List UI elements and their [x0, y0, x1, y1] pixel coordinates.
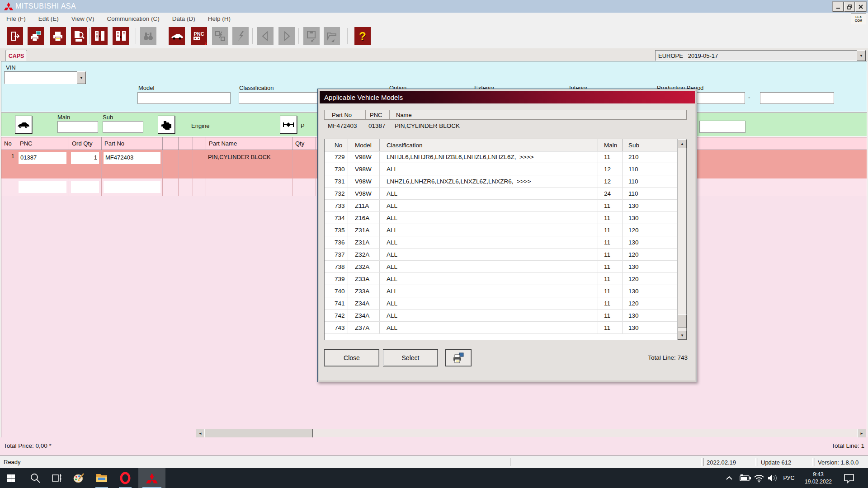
close-button[interactable] — [855, 2, 866, 12]
sub-label: Sub — [103, 114, 113, 121]
col-part-name: Part Name — [206, 137, 292, 150]
vertical-scrollbar[interactable]: ▲ ▼ — [677, 139, 686, 340]
clock-tray[interactable]: 9:43 19.02.2022 — [798, 468, 838, 488]
paint-app-button[interactable] — [69, 468, 89, 488]
menu-communication[interactable]: Communication (C) — [101, 13, 166, 24]
vin-combobox[interactable]: ▼ — [4, 71, 86, 84]
dialog-title: Applicable Vehicle Models — [324, 94, 403, 101]
scroll-down-button[interactable]: ▼ — [678, 331, 687, 340]
action-center-button[interactable] — [839, 468, 859, 488]
print-setup-icon — [29, 30, 42, 42]
select-button[interactable]: Select — [383, 349, 438, 366]
model-row[interactable]: 731V98WLNHZL6,LNHZR6,LNXZL6,LNXZL6Z,LNXZ… — [325, 175, 678, 188]
col-spare1 — [163, 137, 179, 150]
chevron-down-icon[interactable]: ▼ — [857, 50, 866, 61]
region-selector[interactable]: EUROPE 2019-05-17 ▼ — [655, 50, 866, 61]
cell-classification: ALL — [380, 212, 598, 224]
wifi-tray-icon[interactable] — [752, 468, 766, 488]
vehicle-info-button[interactable] — [169, 27, 185, 45]
forward-button-disabled[interactable] — [278, 27, 295, 45]
pnc-search-button[interactable]: PNC ♪ — [191, 27, 207, 45]
engine-group-button[interactable] — [158, 116, 175, 134]
print-preview-button[interactable] — [71, 27, 87, 45]
model-row[interactable]: 735Z31AALL11120 — [325, 224, 678, 236]
binoculars-icon — [142, 30, 155, 42]
model-row[interactable]: 737Z32AALL11120 — [325, 249, 678, 261]
model-row[interactable]: 738Z32AALL11130 — [325, 261, 678, 273]
horizontal-scrollbar[interactable]: ◄ ► — [196, 429, 866, 437]
print-setup-button[interactable] — [28, 27, 44, 45]
scroll-thumb[interactable] — [204, 429, 313, 438]
close-dialog-button[interactable]: Close — [324, 349, 379, 366]
model-row[interactable]: 742Z34AALL11130 — [325, 310, 678, 322]
arrow-right-icon — [280, 30, 293, 42]
print-list-button[interactable] — [445, 349, 472, 366]
model-row[interactable]: 743Z37AALL11130 — [325, 322, 678, 334]
help-button[interactable]: ? — [354, 27, 371, 45]
minimize-button[interactable] — [833, 2, 844, 12]
menu-data[interactable]: Data (D) — [166, 13, 202, 24]
menu-file[interactable]: File (F) — [0, 13, 32, 24]
asa-app-button-active[interactable] — [138, 468, 165, 488]
scroll-thumb[interactable] — [678, 314, 687, 328]
scroll-up-button[interactable]: ▲ — [678, 139, 687, 148]
volume-tray-icon[interactable] — [766, 468, 779, 488]
model-row[interactable]: 730V98WALL12110 — [325, 163, 678, 175]
open-button-disabled[interactable] — [324, 27, 340, 45]
menu-edit[interactable]: Edit (E) — [32, 13, 65, 24]
axle-group-button[interactable] — [280, 116, 297, 134]
data-transfer-button-disabled[interactable] — [212, 27, 228, 45]
pnc-input[interactable] — [19, 181, 66, 193]
cell-main: 11 — [598, 151, 623, 163]
print-preview-icon — [73, 30, 85, 42]
opera-browser-button[interactable] — [115, 468, 136, 488]
ord-qty-input[interactable]: 1 — [71, 152, 99, 164]
filter-right-field[interactable] — [699, 121, 745, 133]
save-icon — [305, 30, 318, 42]
model-row[interactable]: 733Z11AALL11130 — [325, 200, 678, 212]
scroll-right-button[interactable]: ► — [857, 429, 866, 438]
print-button[interactable] — [50, 27, 66, 45]
taskbar-search-button[interactable] — [25, 468, 45, 488]
cell-sub: 130 — [623, 310, 678, 321]
cell-no: 734 — [325, 212, 348, 224]
chevron-down-icon[interactable]: ▼ — [77, 71, 86, 84]
file-explorer-button[interactable] — [91, 468, 112, 488]
ord-qty-input[interactable] — [71, 181, 99, 193]
part-no-input[interactable] — [104, 181, 160, 193]
model-row[interactable]: 729V98WLNHJL6,LNHJR6,LNHZBL6,LNHZL6,LNHZ… — [325, 151, 678, 163]
model-row[interactable]: 741Z34AALL11120 — [325, 297, 678, 310]
back-button-disabled[interactable] — [257, 27, 274, 45]
model-row[interactable]: 739Z33AALL11120 — [325, 273, 678, 285]
task-view-button[interactable] — [47, 468, 67, 488]
dialog-title-bar[interactable]: Applicable Vehicle Models — [320, 91, 695, 103]
body-group-button[interactable] — [15, 116, 32, 134]
model-field[interactable] — [137, 92, 231, 104]
parts-list-button[interactable] — [91, 27, 108, 45]
illustration-list-button[interactable] — [113, 27, 129, 45]
battery-tray-icon[interactable] — [738, 468, 752, 488]
model-row[interactable]: 732V98WALL24110 — [325, 188, 678, 200]
save-button-disabled[interactable] — [303, 27, 320, 45]
quick-transfer-button-disabled[interactable] — [232, 27, 249, 45]
total-price: Total Price: 0,00 * — [4, 442, 52, 449]
exit-button[interactable] — [7, 27, 23, 45]
menu-help[interactable]: Help (H) — [202, 13, 237, 24]
model-row[interactable]: 736Z31AALL11130 — [325, 236, 678, 249]
tab-caps[interactable]: CAPS — [5, 50, 27, 61]
restore-button[interactable] — [844, 2, 855, 12]
status-date: 2022.02.19 — [703, 458, 756, 466]
part-no-input[interactable]: MF472403 — [104, 152, 160, 164]
menu-view[interactable]: View (V) — [65, 13, 101, 24]
sub-field[interactable] — [103, 121, 143, 133]
model-row[interactable]: 734Z16AALL11130 — [325, 212, 678, 224]
production-to-field[interactable] — [760, 92, 834, 104]
start-button[interactable] — [0, 468, 22, 488]
search-parts-button-disabled[interactable] — [140, 27, 156, 45]
pnc-input[interactable]: 01387 — [19, 152, 66, 164]
model-row[interactable]: 740Z33AALL11130 — [325, 285, 678, 297]
scroll-left-button[interactable]: ◄ — [196, 429, 205, 438]
main-field[interactable] — [57, 121, 98, 133]
tray-expand-button[interactable] — [722, 468, 736, 488]
language-indicator[interactable]: РУС — [779, 468, 798, 488]
